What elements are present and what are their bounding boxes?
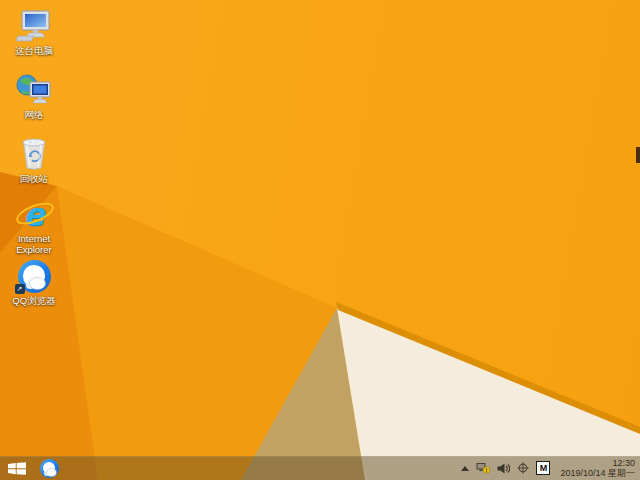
recycle-bin-icon <box>16 136 52 172</box>
desktop-icon-qq-browser[interactable]: ↗ QQ浏览器 <box>2 258 66 306</box>
start-button[interactable] <box>0 456 34 480</box>
qq-browser-icon <box>40 459 59 478</box>
desktop: 这台电脑 网络 <box>0 0 640 480</box>
internet-explorer-icon: e <box>16 196 52 232</box>
wallpaper-tan-shadow <box>0 0 640 480</box>
taskbar: M 12:30 2019/10/14 星期一 <box>0 456 640 480</box>
tray-clock[interactable]: 12:30 2019/10/14 星期一 <box>557 458 635 478</box>
tray-volume-icon[interactable] <box>497 463 510 474</box>
desktop-icon-this-pc[interactable]: 这台电脑 <box>2 8 66 56</box>
wallpaper-gold-edge <box>0 0 640 480</box>
clock-date: 2019/10/14 星期一 <box>560 468 635 478</box>
desktop-icon-label: 这台电脑 <box>15 45 53 56</box>
desktop-icon-recycle-bin[interactable]: 回收站 <box>2 136 66 184</box>
desktop-icon-label: 回收站 <box>20 173 49 184</box>
system-tray: M 12:30 2019/10/14 星期一 <box>461 456 640 480</box>
desktop-icon-label: 网络 <box>25 109 44 120</box>
network-icon <box>16 72 52 108</box>
desktop-icon-network[interactable]: 网络 <box>2 72 66 120</box>
taskbar-left <box>0 456 64 480</box>
chevron-up-icon <box>461 466 469 471</box>
desktop-icon-label: Internet Explorer <box>4 233 64 255</box>
screen-edge-mark <box>636 147 640 163</box>
input-method-indicator[interactable]: M <box>536 461 550 475</box>
tray-crosshair-icon[interactable] <box>517 462 529 474</box>
tray-network-warning-icon[interactable] <box>476 462 490 474</box>
desktop-icon-internet-explorer[interactable]: e Internet Explorer <box>2 196 66 255</box>
taskbar-qq-browser-button[interactable] <box>34 456 64 480</box>
wallpaper-left-fold <box>0 0 640 480</box>
qq-arrow-badge: ↗ <box>15 284 25 294</box>
wallpaper-base <box>0 0 640 480</box>
this-pc-icon <box>16 8 52 44</box>
desktop-icon-label: QQ浏览器 <box>12 295 55 306</box>
wallpaper-cream-triangle <box>0 0 640 480</box>
wallpaper-dark-wedge <box>0 0 640 480</box>
show-hidden-icons-button[interactable] <box>461 466 469 471</box>
wallpaper-mid-fold <box>0 0 640 480</box>
clock-time: 12:30 <box>560 458 635 468</box>
qq-browser-icon: ↗ <box>16 258 52 294</box>
windows-logo-icon <box>8 462 26 475</box>
